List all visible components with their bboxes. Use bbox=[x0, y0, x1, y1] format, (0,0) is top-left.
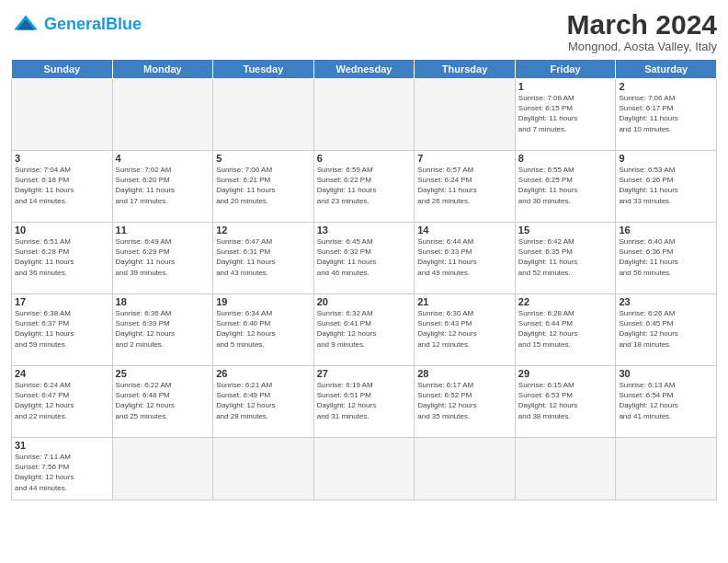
day-info: Sunrise: 6:38 AMSunset: 6:37 PMDaylight:… bbox=[15, 308, 109, 350]
day-info: Sunrise: 6:51 AMSunset: 6:28 PMDaylight:… bbox=[15, 236, 109, 278]
calendar-cell: 20Sunrise: 6:32 AMSunset: 6:41 PMDayligh… bbox=[313, 294, 415, 366]
day-number: 19 bbox=[216, 296, 311, 307]
calendar-cell: 4Sunrise: 7:02 AMSunset: 6:20 PMDaylight… bbox=[112, 151, 213, 223]
day-info: Sunrise: 6:47 AMSunset: 6:31 PMDaylight:… bbox=[216, 236, 311, 278]
calendar-cell: 7Sunrise: 6:57 AMSunset: 6:24 PMDaylight… bbox=[415, 151, 516, 223]
calendar-week-5: 24Sunrise: 6:24 AMSunset: 6:47 PMDayligh… bbox=[12, 366, 717, 438]
logo-icon bbox=[11, 9, 40, 39]
day-number: 8 bbox=[518, 153, 613, 164]
day-number: 6 bbox=[317, 153, 412, 164]
day-number: 12 bbox=[216, 224, 311, 236]
calendar-cell: 28Sunrise: 6:17 AMSunset: 6:52 PMDayligh… bbox=[415, 366, 516, 438]
day-info: Sunrise: 6:17 AMSunset: 6:52 PMDaylight:… bbox=[417, 380, 512, 421]
header-saturday: Saturday bbox=[616, 60, 717, 79]
day-info: Sunrise: 6:22 AMSunset: 6:48 PMDaylight:… bbox=[116, 380, 210, 421]
calendar-cell: 12Sunrise: 6:47 AMSunset: 6:31 PMDayligh… bbox=[213, 223, 314, 294]
day-info: Sunrise: 6:30 AMSunset: 6:43 PMDaylight:… bbox=[417, 308, 512, 350]
day-info: Sunrise: 7:08 AMSunset: 6:15 PMDaylight:… bbox=[518, 93, 613, 134]
calendar-cell: 3Sunrise: 7:04 AMSunset: 6:18 PMDaylight… bbox=[12, 151, 113, 223]
header-row: GeneralBlue March 2024 Mongnod, Aosta Va… bbox=[11, 9, 717, 53]
day-info: Sunrise: 6:40 AMSunset: 6:36 PMDaylight:… bbox=[619, 236, 713, 278]
day-number: 22 bbox=[518, 296, 613, 307]
calendar-title: March 2024 bbox=[567, 9, 717, 40]
day-number: 10 bbox=[15, 224, 109, 236]
day-info: Sunrise: 6:13 AMSunset: 6:54 PMDaylight:… bbox=[619, 380, 713, 421]
logo-text: GeneralBlue bbox=[44, 16, 142, 32]
calendar-cell bbox=[313, 438, 415, 500]
calendar-cell bbox=[415, 438, 516, 500]
day-number: 11 bbox=[116, 224, 210, 236]
calendar-cell: 25Sunrise: 6:22 AMSunset: 6:48 PMDayligh… bbox=[112, 366, 213, 438]
day-info: Sunrise: 7:06 AMSunset: 6:17 PMDaylight:… bbox=[619, 93, 713, 134]
header-thursday: Thursday bbox=[415, 60, 516, 79]
calendar-cell bbox=[213, 438, 314, 500]
day-info: Sunrise: 6:59 AMSunset: 6:22 PMDaylight:… bbox=[317, 165, 412, 206]
day-info: Sunrise: 6:19 AMSunset: 6:51 PMDaylight:… bbox=[317, 380, 412, 421]
header-sunday: Sunday bbox=[12, 60, 113, 79]
calendar-cell bbox=[112, 79, 213, 151]
calendar-week-3: 10Sunrise: 6:51 AMSunset: 6:28 PMDayligh… bbox=[12, 223, 717, 294]
calendar-cell bbox=[515, 438, 616, 500]
day-number: 24 bbox=[15, 368, 109, 379]
day-info: Sunrise: 6:26 AMSunset: 6:45 PMDaylight:… bbox=[619, 308, 713, 350]
calendar-cell: 2Sunrise: 7:06 AMSunset: 6:17 PMDaylight… bbox=[616, 79, 717, 151]
calendar-cell: 9Sunrise: 6:53 AMSunset: 6:26 PMDaylight… bbox=[616, 151, 717, 223]
day-number: 13 bbox=[317, 224, 412, 236]
day-number: 23 bbox=[619, 296, 713, 307]
day-info: Sunrise: 6:34 AMSunset: 6:40 PMDaylight:… bbox=[216, 308, 311, 350]
day-info: Sunrise: 6:49 AMSunset: 6:29 PMDaylight:… bbox=[116, 236, 210, 278]
day-number: 30 bbox=[619, 368, 713, 379]
calendar-header: Sunday Monday Tuesday Wednesday Thursday… bbox=[12, 60, 717, 79]
day-info: Sunrise: 6:36 AMSunset: 6:39 PMDaylight:… bbox=[116, 308, 210, 350]
calendar-week-2: 3Sunrise: 7:04 AMSunset: 6:18 PMDaylight… bbox=[12, 151, 717, 223]
day-number: 31 bbox=[15, 440, 109, 451]
day-number: 18 bbox=[116, 296, 210, 307]
day-info: Sunrise: 6:45 AMSunset: 6:32 PMDaylight:… bbox=[317, 236, 412, 278]
calendar-cell: 30Sunrise: 6:13 AMSunset: 6:54 PMDayligh… bbox=[616, 366, 717, 438]
calendar-cell bbox=[415, 79, 516, 151]
day-number: 4 bbox=[116, 153, 210, 164]
day-info: Sunrise: 7:00 AMSunset: 6:21 PMDaylight:… bbox=[216, 165, 311, 206]
day-number: 28 bbox=[417, 368, 512, 379]
calendar-cell: 15Sunrise: 6:42 AMSunset: 6:35 PMDayligh… bbox=[515, 223, 616, 294]
day-info: Sunrise: 6:32 AMSunset: 6:41 PMDaylight:… bbox=[317, 308, 412, 350]
calendar-cell: 27Sunrise: 6:19 AMSunset: 6:51 PMDayligh… bbox=[313, 366, 415, 438]
day-info: Sunrise: 6:55 AMSunset: 6:25 PMDaylight:… bbox=[518, 165, 613, 206]
calendar-cell: 26Sunrise: 6:21 AMSunset: 6:49 PMDayligh… bbox=[213, 366, 314, 438]
calendar-cell: 29Sunrise: 6:15 AMSunset: 6:53 PMDayligh… bbox=[515, 366, 616, 438]
title-block: March 2024 Mongnod, Aosta Valley, Italy bbox=[567, 9, 717, 53]
day-number: 16 bbox=[619, 224, 713, 236]
calendar-cell: 5Sunrise: 7:00 AMSunset: 6:21 PMDaylight… bbox=[213, 151, 314, 223]
calendar-cell: 16Sunrise: 6:40 AMSunset: 6:36 PMDayligh… bbox=[616, 223, 717, 294]
calendar-cell bbox=[213, 79, 314, 151]
calendar-subtitle: Mongnod, Aosta Valley, Italy bbox=[567, 40, 717, 53]
day-number: 2 bbox=[619, 81, 713, 92]
calendar-week-4: 17Sunrise: 6:38 AMSunset: 6:37 PMDayligh… bbox=[12, 294, 717, 366]
header-friday: Friday bbox=[515, 60, 616, 79]
day-number: 26 bbox=[216, 368, 311, 379]
logo-general: General bbox=[44, 15, 106, 33]
day-info: Sunrise: 7:04 AMSunset: 6:18 PMDaylight:… bbox=[15, 165, 109, 206]
day-number: 25 bbox=[116, 368, 210, 379]
calendar-cell: 11Sunrise: 6:49 AMSunset: 6:29 PMDayligh… bbox=[112, 223, 213, 294]
calendar-cell: 10Sunrise: 6:51 AMSunset: 6:28 PMDayligh… bbox=[12, 223, 113, 294]
calendar-page: GeneralBlue March 2024 Mongnod, Aosta Va… bbox=[0, 0, 728, 563]
day-info: Sunrise: 6:44 AMSunset: 6:33 PMDaylight:… bbox=[417, 236, 512, 278]
calendar-cell bbox=[616, 438, 717, 500]
day-number: 29 bbox=[518, 368, 613, 379]
day-info: Sunrise: 6:28 AMSunset: 6:44 PMDaylight:… bbox=[518, 308, 613, 350]
calendar-week-1: 1Sunrise: 7:08 AMSunset: 6:15 PMDaylight… bbox=[12, 79, 717, 151]
calendar-cell: 21Sunrise: 6:30 AMSunset: 6:43 PMDayligh… bbox=[415, 294, 516, 366]
calendar-cell bbox=[112, 438, 213, 500]
day-number: 14 bbox=[417, 224, 512, 236]
calendar-cell: 19Sunrise: 6:34 AMSunset: 6:40 PMDayligh… bbox=[213, 294, 314, 366]
day-number: 7 bbox=[417, 153, 512, 164]
calendar-body: 1Sunrise: 7:08 AMSunset: 6:15 PMDaylight… bbox=[12, 79, 717, 500]
day-info: Sunrise: 6:24 AMSunset: 6:47 PMDaylight:… bbox=[15, 380, 109, 421]
day-number: 17 bbox=[15, 296, 109, 307]
day-number: 15 bbox=[518, 224, 613, 236]
calendar-cell: 18Sunrise: 6:36 AMSunset: 6:39 PMDayligh… bbox=[112, 294, 213, 366]
calendar-cell: 22Sunrise: 6:28 AMSunset: 6:44 PMDayligh… bbox=[515, 294, 616, 366]
day-number: 3 bbox=[15, 153, 109, 164]
day-info: Sunrise: 6:15 AMSunset: 6:53 PMDaylight:… bbox=[518, 380, 613, 421]
